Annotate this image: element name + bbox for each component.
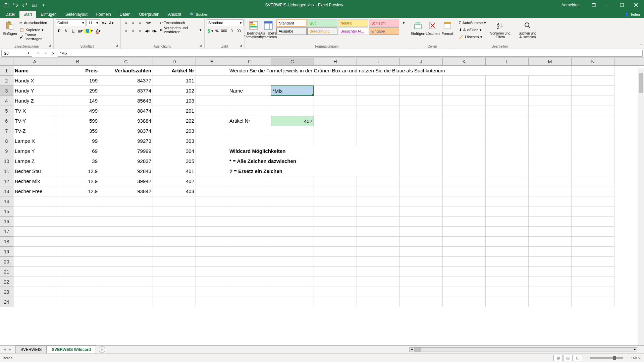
underline-button[interactable]: U: [70, 27, 76, 34]
cell-G12[interactable]: [271, 176, 314, 186]
cell-H6[interactable]: [314, 116, 357, 126]
col-header-G[interactable]: G: [271, 58, 314, 65]
sheet-tab-wildcard[interactable]: SVERWEIS Wildcard: [47, 346, 96, 354]
cell-A10[interactable]: Lampe Z: [13, 156, 56, 166]
tab-daten[interactable]: Daten: [116, 11, 135, 18]
cell-G19[interactable]: [271, 247, 314, 257]
cell-J16[interactable]: [400, 217, 443, 227]
increase-decimal-icon[interactable]: .0: [228, 27, 234, 34]
cell-A22[interactable]: [13, 277, 56, 287]
cell-K13[interactable]: [443, 186, 486, 196]
row-header-4[interactable]: 4: [0, 96, 13, 106]
cell-C15[interactable]: [99, 206, 153, 217]
cell-E4[interactable]: [196, 96, 228, 106]
tab-nav-next-icon[interactable]: ►: [8, 347, 13, 352]
cell-F23[interactable]: [228, 287, 271, 297]
cell-D14[interactable]: [153, 196, 196, 206]
cell-H17[interactable]: [314, 227, 357, 237]
cut-button[interactable]: ✂Ausschneiden: [19, 19, 51, 26]
cell-J7[interactable]: [400, 126, 443, 136]
cell-D2[interactable]: 101: [153, 76, 196, 86]
cell-D22[interactable]: [153, 277, 196, 287]
cell-D23[interactable]: [153, 287, 196, 297]
cell-M2[interactable]: [529, 76, 572, 86]
col-header-N[interactable]: N: [572, 58, 614, 65]
bold-button[interactable]: F: [56, 27, 62, 34]
cell-L8[interactable]: [486, 136, 529, 146]
decrease-font-icon[interactable]: A▾: [108, 19, 115, 26]
copy-button[interactable]: 📋Kopieren ▾: [19, 26, 51, 33]
cell-N4[interactable]: [572, 96, 614, 106]
zoom-in-icon[interactable]: +: [626, 356, 628, 360]
cell-K9[interactable]: [443, 146, 486, 156]
format-cells-button[interactable]: Format: [441, 19, 454, 36]
horizontal-scrollbar[interactable]: ◄ ►: [409, 347, 637, 352]
add-sheet-button[interactable]: +: [99, 346, 105, 353]
cell-C22[interactable]: [99, 277, 153, 287]
cell-C13[interactable]: 93842: [99, 186, 153, 196]
cell-A18[interactable]: [13, 237, 56, 247]
cell-F6[interactable]: Artikel Nr: [228, 116, 271, 126]
cell-F4[interactable]: [228, 96, 271, 106]
hscroll-thumb[interactable]: [414, 348, 421, 352]
row-header-17[interactable]: 17: [0, 227, 13, 237]
cell-L4[interactable]: [486, 96, 529, 106]
cell-F20[interactable]: [228, 257, 271, 267]
cell-L14[interactable]: [486, 196, 529, 206]
camera-icon[interactable]: [31, 2, 38, 8]
cell-I10[interactable]: [357, 156, 400, 166]
cell-L17[interactable]: [486, 227, 529, 237]
cell-L23[interactable]: [486, 287, 529, 297]
cell-D10[interactable]: 305: [153, 156, 196, 166]
fx-icon[interactable]: fx: [50, 50, 56, 57]
cell-A14[interactable]: [13, 196, 56, 206]
hscroll-left-icon[interactable]: ◄: [410, 348, 413, 351]
cell-M24[interactable]: [529, 297, 572, 307]
vscroll-thumb[interactable]: [639, 73, 643, 93]
number-format-select[interactable]: Standard▾: [207, 19, 244, 26]
style-besuchter[interactable]: Besuchter H...: [338, 27, 368, 35]
cells-area[interactable]: NamePreisVerkaufszahlenArtikel NrWenden …: [13, 66, 644, 307]
row-header-8[interactable]: 8: [0, 136, 13, 146]
sort-filter-button[interactable]: AZSortieren und Filtern: [488, 19, 512, 40]
cell-D24[interactable]: [153, 297, 196, 307]
cell-M12[interactable]: [529, 176, 572, 186]
cell-I13[interactable]: [357, 186, 400, 196]
cell-M22[interactable]: [529, 277, 572, 287]
orientation-icon[interactable]: ⟲▾: [144, 19, 153, 26]
style-ausgabe[interactable]: Ausgabe: [276, 27, 307, 35]
cell-L12[interactable]: [486, 176, 529, 186]
cell-J19[interactable]: [400, 247, 443, 257]
cell-B23[interactable]: [56, 287, 99, 297]
cell-C18[interactable]: [99, 237, 153, 247]
style-berechnung[interactable]: Berechnung: [307, 27, 337, 35]
cell-H20[interactable]: [314, 257, 357, 267]
cell-F7[interactable]: [228, 126, 271, 136]
cell-B10[interactable]: 39: [56, 156, 99, 166]
cell-C24[interactable]: [99, 297, 153, 307]
cell-H5[interactable]: [314, 106, 357, 116]
cell-N22[interactable]: [572, 277, 614, 287]
font-name-select[interactable]: Calibri▾: [56, 19, 86, 26]
cell-F19[interactable]: [228, 247, 271, 257]
cell-B20[interactable]: [56, 257, 99, 267]
cell-L7[interactable]: [486, 126, 529, 136]
tab-ansicht[interactable]: Ansicht: [164, 11, 185, 18]
cell-N24[interactable]: [572, 297, 614, 307]
col-header-E[interactable]: E: [196, 58, 228, 65]
cell-D13[interactable]: 403: [153, 186, 196, 196]
cell-G5[interactable]: [271, 106, 314, 116]
currency-icon[interactable]: 💲▾: [207, 27, 213, 34]
cell-F2[interactable]: [228, 76, 271, 86]
cell-F10[interactable]: * = Alle Zeichen dazwischen: [228, 156, 362, 166]
fill-color-button[interactable]: 🪣▾: [84, 27, 93, 34]
cell-F13[interactable]: [228, 186, 271, 196]
sheet-tab-sverweis[interactable]: SVERWEIS: [15, 346, 47, 354]
cell-F1[interactable]: Wenden Sie die Formel jeweils in der Grü…: [228, 66, 530, 76]
cell-A4[interactable]: Handy Z: [13, 96, 56, 106]
cell-I2[interactable]: [357, 76, 400, 86]
clear-button[interactable]: 🧹Löschen ▾: [458, 34, 487, 40]
row-header-9[interactable]: 9: [0, 146, 13, 156]
cell-N10[interactable]: [572, 156, 614, 166]
cell-K15[interactable]: [443, 206, 486, 217]
